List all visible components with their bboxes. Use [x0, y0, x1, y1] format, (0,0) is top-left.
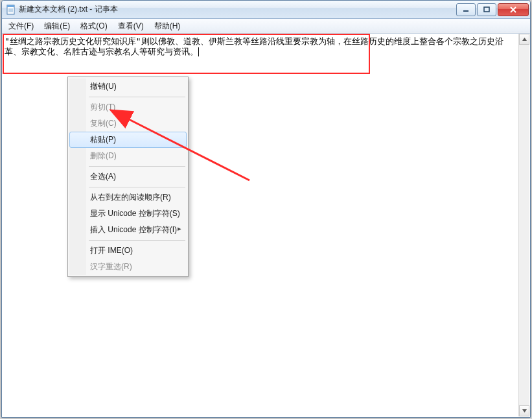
- close-button[interactable]: [498, 3, 529, 16]
- context-menu: 撤销(U) 剪切(T) 复制(C) 粘贴(P) 删除(D) 全选(A) 从右到左…: [67, 77, 189, 277]
- window-title: 新建文本文档 (2).txt - 记事本: [19, 4, 455, 15]
- cm-show-unicode[interactable]: 显示 Unicode 控制字符(S): [69, 206, 187, 222]
- cm-open-ime[interactable]: 打开 IME(O): [69, 243, 187, 259]
- cm-undo[interactable]: 撤销(U): [69, 78, 187, 95]
- cm-separator: [89, 97, 185, 97]
- cm-insert-unicode[interactable]: 插入 Unicode 控制字符(I): [69, 222, 187, 238]
- menu-edit[interactable]: 编辑(E): [39, 19, 75, 32]
- minimize-button[interactable]: [456, 3, 476, 16]
- cm-reconvert: 汉字重选(R): [69, 259, 187, 275]
- editor-content: "丝绸之路宗教历史文化研究知识库"则以佛教、道教、伊斯兰教等丝路沿线重要宗教为轴…: [5, 36, 503, 56]
- svg-marker-10: [522, 409, 527, 413]
- window-buttons: [455, 3, 529, 16]
- scroll-down-button[interactable]: [519, 405, 529, 416]
- svg-rect-1: [7, 5, 14, 7]
- titlebar[interactable]: 新建文本文档 (2).txt - 记事本: [2, 1, 530, 19]
- menu-view[interactable]: 查看(V): [113, 19, 149, 32]
- scroll-up-button[interactable]: [519, 34, 529, 45]
- maximize-button[interactable]: [477, 3, 496, 16]
- scroll-track[interactable]: [519, 45, 529, 405]
- cm-separator: [89, 166, 185, 167]
- menubar: 文件(F) 编辑(E) 格式(O) 查看(V) 帮助(H): [2, 19, 530, 32]
- notepad-app-icon: [6, 5, 16, 15]
- text-caret: [198, 47, 199, 56]
- cm-rtl[interactable]: 从右到左的阅读顺序(R): [69, 189, 187, 206]
- menu-file[interactable]: 文件(F): [3, 19, 39, 32]
- cm-cut: 剪切(T): [69, 99, 187, 115]
- menu-help[interactable]: 帮助(H): [149, 19, 186, 32]
- cm-separator: [89, 240, 185, 241]
- cm-select-all[interactable]: 全选(A): [69, 169, 187, 185]
- svg-marker-9: [522, 38, 527, 41]
- cm-separator: [89, 187, 185, 187]
- cm-paste[interactable]: 粘贴(P): [69, 132, 187, 148]
- menu-format[interactable]: 格式(O): [75, 19, 112, 32]
- cm-delete: 删除(D): [69, 148, 187, 164]
- svg-rect-6: [484, 7, 489, 12]
- cm-copy: 复制(C): [69, 115, 187, 132]
- vertical-scrollbar[interactable]: [518, 34, 529, 416]
